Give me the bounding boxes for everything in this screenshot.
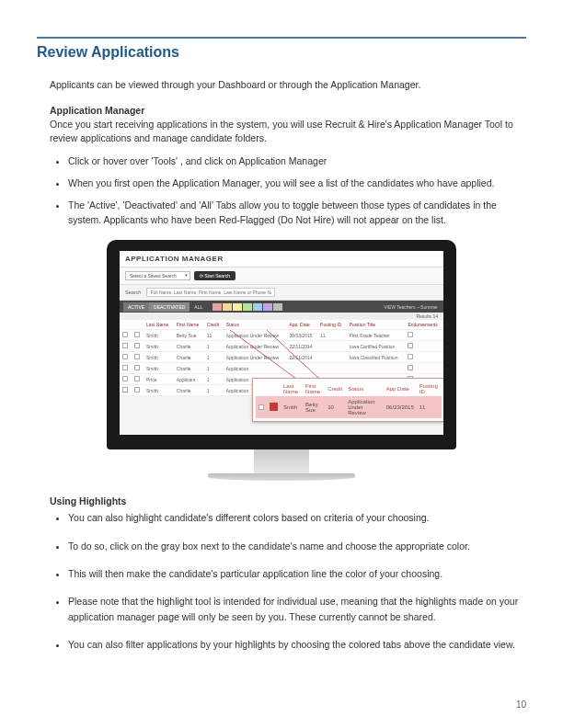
highlights-heading: Using Highlights (50, 495, 526, 506)
table-row[interactable]: SmithBetty Sue11Application Under Review… (120, 330, 443, 341)
col-status[interactable]: Status (224, 320, 287, 330)
view-value[interactable]: Teachers – Summer (396, 304, 438, 310)
row-checkbox[interactable] (122, 354, 128, 359)
bullet-tabs: The 'Active', 'Deactivated' and 'All' Ta… (68, 199, 526, 228)
row-highlight-box[interactable] (134, 332, 140, 337)
chip-gray[interactable] (273, 303, 282, 311)
row-highlight-box[interactable] (134, 387, 140, 392)
search-input[interactable] (146, 288, 275, 297)
col-postingid[interactable]: Posting ID (317, 320, 347, 330)
start-search-button[interactable]: ⟳ Start Search (194, 271, 236, 280)
tab-deactivated[interactable]: DEACTIVATED (149, 302, 190, 312)
page-title: Review Applications (37, 44, 526, 61)
col-firstname[interactable]: First Name (174, 320, 204, 330)
results-count: Results 14 (120, 313, 443, 320)
app-window-title: APPLICATION MANAGER (120, 251, 443, 267)
row-checkbox[interactable] (122, 387, 128, 392)
tab-all[interactable]: ALL (190, 302, 207, 312)
chip-blue[interactable] (253, 303, 262, 311)
col-appdate[interactable]: App. Date (286, 320, 317, 330)
col-lastname[interactable]: Last Name (144, 320, 174, 330)
saved-search-select[interactable]: Select a Saved Search (125, 271, 190, 280)
row-checkbox[interactable] (122, 343, 128, 348)
row-highlight-box[interactable] (134, 376, 140, 381)
view-label: VIEW (384, 304, 396, 310)
table-row[interactable]: SmithCharlie1Application (120, 363, 443, 374)
chip-green[interactable] (243, 303, 252, 311)
search-label: Search (125, 290, 141, 295)
row-checkbox[interactable] (259, 404, 264, 410)
hl-bullet-4: Please note that the highlight tool is i… (68, 594, 526, 624)
chip-red[interactable] (213, 303, 222, 311)
table-row[interactable]: SmithCharlie1Application Under Review22/… (120, 352, 443, 363)
bullet-list: When you first open the Application Mana… (68, 176, 526, 191)
row-checkbox[interactable] (122, 365, 128, 370)
screenshot-figure: APPLICATION MANAGER Select a Saved Searc… (37, 240, 526, 481)
bullet-tools: Click or hover over 'Tools' , and click … (68, 154, 526, 169)
chip-purple[interactable] (263, 303, 272, 311)
app-manager-heading: Application Manager (50, 105, 526, 116)
page-number: 10 (516, 700, 526, 710)
row-highlight-box[interactable] (134, 354, 140, 359)
row-checkbox[interactable] (122, 332, 128, 337)
hl-bullet-1: You can also highlight candidate's diffe… (68, 510, 526, 525)
table-row[interactable]: SmithCharlie1Application Under Review22/… (120, 341, 443, 352)
highlight-swatch[interactable] (270, 403, 278, 411)
row-highlight-box[interactable] (134, 343, 140, 348)
highlight-callout: Last Name First Name Credit Status App D… (252, 378, 443, 422)
col-position[interactable]: Position Title (347, 320, 406, 330)
chip-yellow[interactable] (233, 303, 242, 311)
hl-bullet-5: You can also filter applications by your… (68, 637, 526, 652)
intro-text: Applicants can be viewed through your Da… (50, 79, 526, 90)
tab-active[interactable]: ACTIVE (123, 302, 149, 312)
col-endorse[interactable]: Endorsements (405, 320, 443, 330)
row-highlight-box[interactable] (134, 365, 140, 370)
row-checkbox[interactable] (122, 376, 128, 381)
col-credit[interactable]: Credit (204, 320, 224, 330)
highlight-color-chips[interactable] (213, 303, 282, 311)
start-search-label: Start Search (204, 273, 230, 279)
highlighted-row: Smith Betty Sue 10 Application Under Rev… (256, 396, 442, 418)
hl-bullet-2: To do so, click on the gray box next to … (68, 539, 526, 553)
app-manager-desc: Once you start receiving applications in… (50, 118, 526, 145)
hl-bullet-3: This will then make the candidate's part… (68, 566, 526, 581)
chip-orange[interactable] (223, 303, 232, 311)
